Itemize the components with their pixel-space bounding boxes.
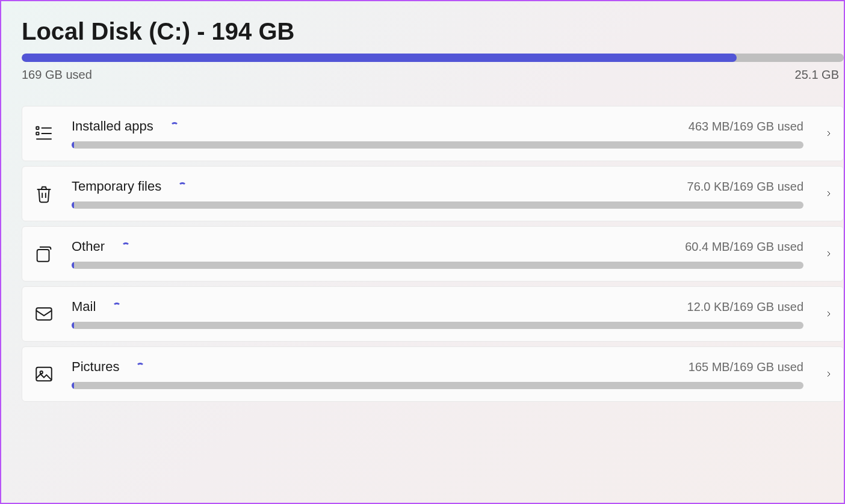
used-space-label: 169 GB used — [22, 68, 92, 82]
category-header: Installed apps 463 MB/169 GB used — [72, 118, 803, 134]
category-content: Pictures 165 MB/169 GB used — [72, 359, 803, 389]
category-progress-fill — [72, 201, 74, 209]
svg-point-10 — [40, 371, 43, 373]
loading-spinner-icon — [122, 242, 130, 251]
category-name: Pictures — [72, 359, 119, 375]
category-content: Temporary files 76.0 KB/169 GB used — [72, 179, 803, 209]
disk-header: Local Disk (C:) - 194 GB 169 GB used 25.… — [22, 18, 844, 82]
category-temporary-files[interactable]: Temporary files 76.0 KB/169 GB used — [22, 166, 844, 221]
chevron-right-icon — [824, 309, 834, 319]
loading-spinner-icon — [178, 182, 187, 191]
category-installed-apps[interactable]: Installed apps 463 MB/169 GB used — [22, 106, 844, 161]
mail-icon — [32, 302, 56, 326]
svg-rect-7 — [37, 250, 49, 262]
category-usage: 463 MB/169 GB used — [689, 120, 803, 134]
category-content: Other 60.4 MB/169 GB used — [72, 239, 803, 269]
category-header: Mail 12.0 KB/169 GB used — [72, 299, 803, 315]
category-header: Temporary files 76.0 KB/169 GB used — [72, 179, 803, 194]
category-header: Other 60.4 MB/169 GB used — [72, 239, 803, 254]
category-content: Mail 12.0 KB/169 GB used — [72, 299, 803, 329]
svg-rect-0 — [36, 127, 39, 129]
category-name: Installed apps — [72, 118, 153, 134]
category-progress-bar — [72, 322, 803, 329]
chevron-right-icon — [824, 189, 834, 198]
category-progress-fill — [72, 141, 74, 149]
category-progress-bar — [72, 382, 803, 389]
category-progress-fill — [72, 322, 74, 329]
loading-spinner-icon — [113, 303, 121, 311]
usage-labels: 169 GB used 25.1 GB — [22, 68, 844, 82]
category-progress-bar — [72, 141, 803, 149]
chevron-right-icon — [824, 369, 834, 379]
category-name: Other — [72, 239, 105, 254]
category-progress-fill — [72, 382, 74, 389]
category-usage: 12.0 KB/169 GB used — [687, 300, 803, 314]
category-progress-fill — [72, 262, 74, 269]
category-usage: 60.4 MB/169 GB used — [685, 240, 803, 254]
category-other[interactable]: Other 60.4 MB/169 GB used — [22, 226, 844, 281]
category-name: Mail — [72, 299, 96, 315]
apps-list-icon — [32, 121, 56, 146]
category-usage: 76.0 KB/169 GB used — [687, 180, 803, 194]
category-header: Pictures 165 MB/169 GB used — [72, 359, 803, 375]
category-pictures[interactable]: Pictures 165 MB/169 GB used — [22, 346, 844, 402]
category-name: Temporary files — [72, 179, 161, 194]
chevron-right-icon — [824, 129, 834, 138]
page-title: Local Disk (C:) - 194 GB — [22, 18, 844, 45]
category-progress-bar — [72, 201, 803, 209]
category-progress-bar — [72, 262, 803, 269]
free-space-label: 25.1 GB — [795, 68, 839, 82]
loading-spinner-icon — [136, 363, 144, 371]
disk-usage-bar — [22, 54, 844, 62]
folder-stack-icon — [32, 242, 56, 266]
loading-spinner-icon — [170, 122, 179, 131]
chevron-right-icon — [824, 249, 834, 259]
disk-usage-fill — [22, 54, 737, 62]
svg-rect-8 — [36, 308, 52, 320]
svg-rect-9 — [36, 367, 52, 381]
category-list: Installed apps 463 MB/169 GB used Tempor… — [22, 106, 844, 402]
category-content: Installed apps 463 MB/169 GB used — [72, 118, 803, 149]
trash-icon — [32, 182, 56, 206]
category-mail[interactable]: Mail 12.0 KB/169 GB used — [22, 286, 844, 342]
svg-rect-2 — [36, 132, 39, 135]
image-icon — [32, 362, 56, 386]
category-usage: 165 MB/169 GB used — [689, 360, 803, 374]
